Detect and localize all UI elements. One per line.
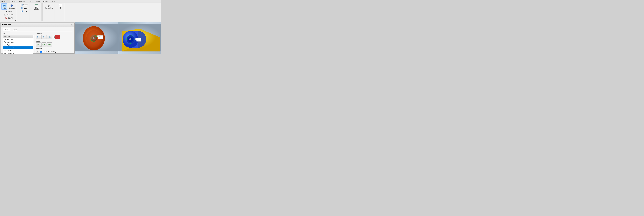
svg-rect-15 xyxy=(21,7,22,9)
auto-play-label: Automatic Playing xyxy=(42,50,56,52)
constrain-button[interactable]: Constrain xyxy=(8,3,16,9)
dialog-title: Place Joint xyxy=(2,24,11,26)
type-dropdown-header[interactable]: Automatic ▾ xyxy=(3,35,33,38)
svg-point-54 xyxy=(83,26,105,50)
svg-rect-67 xyxy=(118,24,161,51)
auto-play-checkbox[interactable] xyxy=(40,51,42,52)
type-dropdown-arrow: ▾ xyxy=(32,35,32,37)
connect-btn-2[interactable]: 2 xyxy=(41,35,46,39)
dialog-tabs: Joint Limits xyxy=(3,28,72,31)
hide-all-icon xyxy=(5,17,7,19)
show-sick-button[interactable]: Show Sick xyxy=(3,13,14,16)
animate-section: Animate ▶ Automatic Playing xyxy=(36,48,72,53)
svg-rect-14 xyxy=(22,5,22,6)
tab-manage[interactable]: Manage xyxy=(41,0,50,2)
align-btn-flip[interactable] xyxy=(47,42,52,47)
joint-label: Joint xyxy=(3,7,6,9)
pattern-icon xyxy=(20,4,23,6)
show-button[interactable]: Show xyxy=(4,10,12,13)
cr-icon: Cr xyxy=(59,4,62,7)
svg-rect-2 xyxy=(4,5,5,6)
svg-point-66 xyxy=(97,36,98,36)
svg-point-75 xyxy=(129,38,131,40)
hide-all-button[interactable]: Hide All xyxy=(4,16,13,19)
bom-icon xyxy=(35,4,38,7)
svg-point-70 xyxy=(130,31,146,48)
type-dropdown[interactable]: Automatic ▾ Automatic xyxy=(3,35,34,54)
svg-text:2: 2 xyxy=(43,44,44,45)
tab-sketch[interactable]: Sketch xyxy=(10,0,18,2)
animate-label: Animate xyxy=(36,48,72,49)
tab-view[interactable]: View xyxy=(50,0,56,2)
svg-point-28 xyxy=(4,41,6,43)
ribbon-tabs: 3D Model Sketch Annotate Inspect Tools M… xyxy=(0,0,161,3)
right-sections: Connect 1 xyxy=(36,33,72,54)
params-label: Parameters xyxy=(46,7,53,9)
tab-joint[interactable]: Joint xyxy=(3,28,10,31)
svg-text:1. Edge: 1. Edge xyxy=(98,37,101,38)
joint-icon xyxy=(2,4,6,7)
rigid-icon xyxy=(4,44,6,46)
align-btn-1[interactable]: 1 xyxy=(36,42,41,47)
connect-btn-active[interactable] xyxy=(55,35,60,39)
dialog-body: Joint Limits Type Automatic ▾ xyxy=(1,27,74,54)
align-btn-2[interactable]: 2 xyxy=(41,42,46,47)
copy-button[interactable]: Copy xyxy=(20,10,28,13)
ribbon-group-params: fx Parameters xyxy=(44,3,55,21)
type-option-rigid[interactable]: Rigid xyxy=(3,44,33,46)
ribbon: 3D Model Sketch Annotate Inspect Tools M… xyxy=(0,0,161,22)
svg-rect-12 xyxy=(22,4,22,5)
dialog-close-button[interactable]: ✕ xyxy=(71,23,73,26)
tab-inspect[interactable]: Inspect xyxy=(27,0,35,2)
tab-limits[interactable]: Limits xyxy=(11,28,19,31)
constrain-icon xyxy=(10,4,13,7)
tab-tools[interactable]: Tools xyxy=(35,0,41,2)
pattern-button[interactable]: Pattern xyxy=(20,3,29,6)
svg-point-59 xyxy=(93,37,94,39)
params-button[interactable]: fx Parameters xyxy=(44,3,54,9)
svg-point-74 xyxy=(128,37,133,42)
svg-point-55 xyxy=(83,26,105,50)
cr-button[interactable]: Cr Cr xyxy=(58,3,64,9)
mirror-button[interactable]: Mirror xyxy=(20,6,28,10)
joint-group-expand[interactable]: ▾ xyxy=(15,20,16,21)
connect-checkbox-row xyxy=(53,35,60,39)
type-option-rotational[interactable]: Rotational xyxy=(3,46,33,49)
type-section: Type Automatic ▾ Automatic xyxy=(3,33,34,54)
svg-rect-61 xyxy=(97,35,103,37)
type-option-cylindrical[interactable]: Cylindrical xyxy=(3,52,33,54)
type-connect-row: Type Automatic ▾ Automatic xyxy=(3,33,72,54)
bom-label1: Bill of xyxy=(34,7,40,9)
svg-rect-29 xyxy=(4,45,6,45)
svg-point-27 xyxy=(4,39,6,40)
connect-btn-center[interactable] xyxy=(47,35,52,39)
tab-3dmodel[interactable]: 3D Model xyxy=(0,0,10,2)
connect-btn-1[interactable]: 1 xyxy=(36,35,41,39)
svg-text:Cr: Cr xyxy=(60,4,61,6)
joint-button[interactable]: Joint xyxy=(2,3,7,10)
type-label: Type xyxy=(3,33,34,34)
type-option-automatic1[interactable]: Automatic xyxy=(3,38,33,41)
svg-rect-19 xyxy=(22,10,23,12)
svg-rect-8 xyxy=(4,14,6,15)
type-option-automatic2[interactable]: Automatic xyxy=(3,41,33,44)
svg-rect-24 xyxy=(35,4,38,5)
fx-icon: fx xyxy=(47,4,51,7)
svg-text:1: 1 xyxy=(37,44,38,45)
mirror-icon xyxy=(21,7,24,9)
svg-point-76 xyxy=(126,35,134,43)
svg-point-82 xyxy=(135,39,136,39)
svg-marker-52 xyxy=(50,44,51,45)
svg-text:1: 1 xyxy=(37,37,38,38)
svg-text:▾: ▾ xyxy=(102,36,102,37)
svg-marker-69 xyxy=(122,29,140,51)
type-option-slider[interactable]: Slider xyxy=(3,49,33,52)
svg-text:2: 2 xyxy=(43,37,44,38)
play-button[interactable]: ▶ xyxy=(36,50,39,53)
tab-annotate[interactable]: Annotate xyxy=(18,0,27,2)
svg-text:1. Edge: 1. Edge xyxy=(136,39,138,39)
svg-text:1. Edge: 1. Edge xyxy=(137,40,140,41)
connect-btn-row: 1 2 xyxy=(36,35,72,39)
connect-checkbox[interactable] xyxy=(53,36,54,38)
bom-button[interactable]: Bill of Materials xyxy=(33,3,40,11)
